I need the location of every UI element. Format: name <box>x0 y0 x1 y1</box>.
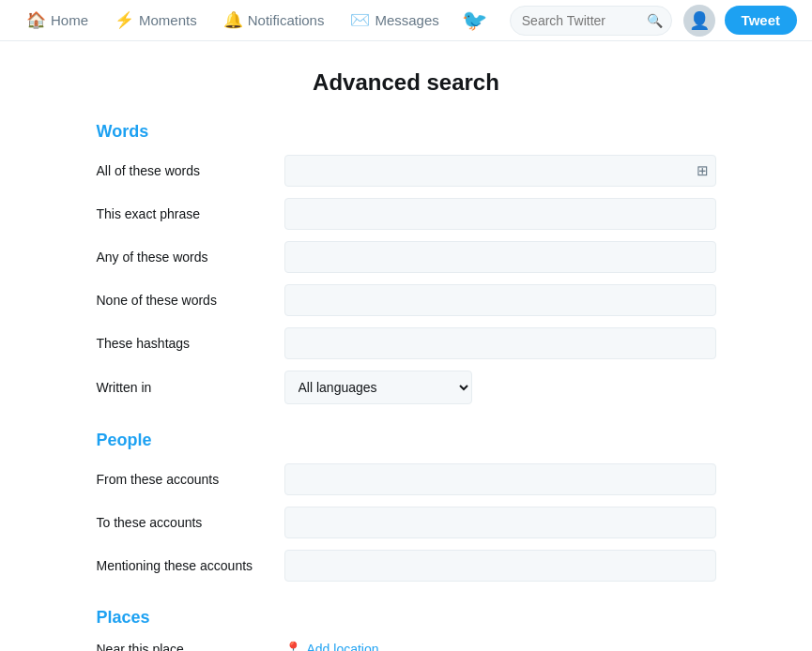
any-words-input[interactable] <box>284 241 716 273</box>
location-pin-icon: 📍 <box>284 641 302 651</box>
notifications-icon: 🔔 <box>223 10 243 30</box>
written-in-label: Written in <box>97 380 284 395</box>
to-accounts-label: To these accounts <box>97 515 284 530</box>
from-accounts-row: From these accounts <box>97 463 716 495</box>
search-icon: 🔍 <box>647 13 663 28</box>
mentioning-accounts-row: Mentioning these accounts <box>97 550 716 582</box>
nav-notifications[interactable]: 🔔 Notifications <box>212 3 336 38</box>
messages-icon: ✉️ <box>350 10 370 30</box>
any-words-label: Any of these words <box>97 250 284 265</box>
add-location-label: Add location <box>307 642 379 651</box>
home-icon: 🏠 <box>26 10 46 30</box>
all-words-input-container: ⊞ <box>284 155 716 187</box>
words-section-title: Words <box>97 122 716 142</box>
exact-phrase-row: This exact phrase <box>97 198 716 230</box>
hashtags-row: These hashtags <box>97 327 716 359</box>
tweet-button[interactable]: Tweet <box>725 6 797 35</box>
page-title: Advanced search <box>97 69 716 96</box>
to-accounts-row: To these accounts <box>97 507 716 538</box>
people-section: People From these accounts To these acco… <box>97 431 716 582</box>
add-location-button[interactable]: 📍 Add location <box>284 641 379 651</box>
from-accounts-label: From these accounts <box>97 472 284 487</box>
near-place-label: Near this place <box>97 642 284 651</box>
any-words-row: Any of these words <box>97 241 716 273</box>
places-section: Places Near this place 📍 Add location <box>97 608 716 651</box>
search-bar-container: 🔍 <box>510 6 672 36</box>
all-words-input[interactable] <box>284 155 716 187</box>
words-section: Words All of these words ⊞ This exact ph… <box>97 122 716 404</box>
people-section-title: People <box>97 431 716 450</box>
navbar: 🏠 Home ⚡ Moments 🔔 Notifications ✉️ Mess… <box>0 0 812 41</box>
none-words-row: None of these words <box>97 284 716 316</box>
all-words-label: All of these words <box>97 163 284 178</box>
from-accounts-input[interactable] <box>284 463 716 495</box>
language-select[interactable]: All languages English Spanish French Ger… <box>284 371 472 404</box>
hashtags-input[interactable] <box>284 327 716 359</box>
grid-icon: ⊞ <box>697 162 709 179</box>
hashtags-label: These hashtags <box>97 336 284 351</box>
near-place-row: Near this place 📍 Add location <box>97 641 716 651</box>
twitter-logo: 🐦 <box>462 8 487 33</box>
written-in-row: Written in All languages English Spanish… <box>97 371 716 404</box>
mentioning-accounts-label: Mentioning these accounts <box>97 558 284 573</box>
avatar[interactable]: 👤 <box>683 5 715 37</box>
nav-moments[interactable]: ⚡ Moments <box>103 3 208 38</box>
none-words-input[interactable] <box>284 284 716 316</box>
nav-home[interactable]: 🏠 Home <box>15 3 100 38</box>
none-words-label: None of these words <box>97 293 284 308</box>
nav-moments-label: Moments <box>139 12 197 28</box>
nav-home-label: Home <box>51 12 88 28</box>
places-section-title: Places <box>97 608 716 628</box>
nav-right: 👤 Tweet <box>683 5 797 37</box>
main-content: Advanced search Words All of these words… <box>78 41 735 651</box>
nav-items: 🏠 Home ⚡ Moments 🔔 Notifications ✉️ Mess… <box>15 3 451 38</box>
nav-notifications-label: Notifications <box>248 12 325 28</box>
moments-icon: ⚡ <box>115 10 134 30</box>
exact-phrase-label: This exact phrase <box>97 206 284 221</box>
nav-messages-label: Messages <box>375 12 438 28</box>
mentioning-accounts-input[interactable] <box>284 550 716 582</box>
nav-messages[interactable]: ✉️ Messages <box>339 3 450 38</box>
exact-phrase-input[interactable] <box>284 198 716 230</box>
to-accounts-input[interactable] <box>284 507 716 538</box>
all-words-row: All of these words ⊞ <box>97 155 716 187</box>
